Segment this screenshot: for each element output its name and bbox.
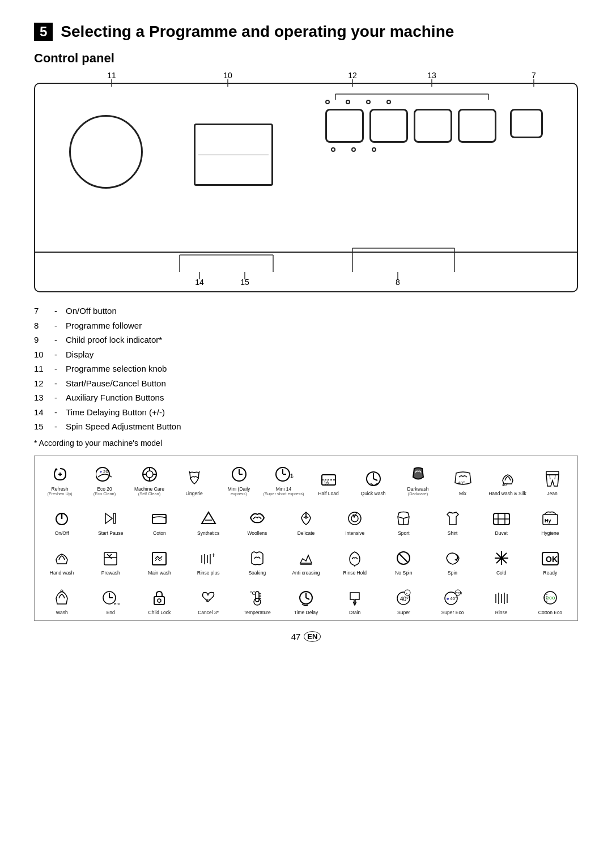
- dot-3: [366, 100, 371, 104]
- desc-10: 10 - Display: [34, 347, 578, 362]
- svg-text:12: 12: [348, 71, 357, 80]
- page-lang-badge: EN: [304, 631, 321, 642]
- dot-2: [346, 100, 350, 104]
- display: [194, 124, 273, 186]
- icon-lingerie: Lingerie: [172, 462, 216, 498]
- icon-temperature: °C Temperature: [233, 581, 281, 617]
- dot-5: [331, 147, 335, 152]
- icon-main-wash: Main wash: [135, 541, 183, 577]
- icon-sport: Sport: [380, 501, 427, 538]
- icon-quick-wash: Quick wash: [351, 462, 395, 498]
- icon-grid-container: Refresh (Freshen Up) e 20 Eco 20 (Eco Cl…: [34, 456, 578, 621]
- dot-1: [325, 100, 330, 104]
- svg-point-31: [146, 471, 153, 478]
- desc-13: 13 - Auxiliary Function Buttons: [34, 390, 578, 405]
- svg-text:°C: °C: [250, 590, 256, 596]
- svg-text:40°: 40°: [400, 596, 409, 602]
- icon-half-load: ½ Half Load: [307, 462, 350, 498]
- icon-coton: Coton: [135, 501, 183, 538]
- icon-darkwash: Darkwash (Darkcare): [396, 462, 440, 498]
- icon-child-lock: Child Lock: [135, 581, 183, 617]
- page-footer: 47 EN: [34, 631, 578, 642]
- svg-text:e: e: [100, 470, 102, 474]
- section-number: 5: [34, 23, 53, 41]
- sub-title: Control panel: [34, 51, 578, 66]
- main-buttons-row: [325, 109, 543, 143]
- svg-text:end: end: [114, 601, 120, 606]
- function-btn-1[interactable]: [325, 109, 364, 143]
- icon-intensive: Intensive: [331, 501, 379, 538]
- icon-anti-creasing: Anti creasing: [282, 541, 330, 577]
- svg-marker-58: [105, 513, 112, 524]
- indicator-dots-top: [325, 100, 543, 104]
- svg-text:40°: 40°: [450, 596, 457, 601]
- desc-12: 12 - Start/Pause/Cancel Button: [34, 376, 578, 391]
- descriptions: 7 - On/Off button 8 - Programme follower…: [34, 304, 578, 434]
- icon-wash: Wash: [38, 581, 86, 617]
- svg-point-95: [158, 599, 161, 602]
- desc-8: 8 - Programme follower: [34, 318, 578, 333]
- svg-point-62: [348, 512, 361, 525]
- buttons-group: [325, 100, 543, 152]
- function-btn-3[interactable]: [414, 109, 452, 143]
- icon-rinse: Rinse: [478, 581, 525, 617]
- icon-end: end End: [87, 581, 134, 617]
- icon-cold: Cold: [478, 541, 525, 577]
- desc-14: 14 - Time Delaying Button (+/-): [34, 405, 578, 420]
- icon-drain: Drain: [331, 581, 379, 617]
- icon-row-1: Refresh (Freshen Up) e 20 Eco 20 (Eco Cl…: [38, 462, 574, 498]
- svg-text:eco: eco: [456, 591, 462, 595]
- svg-text:40°: 40°: [458, 480, 465, 486]
- icon-prewash: Prewash: [87, 541, 134, 577]
- icon-super-eco: e 40° eco Super Eco: [428, 581, 476, 617]
- icon-rinse-hold: Rinse Hold: [331, 541, 379, 577]
- svg-text:e: e: [447, 596, 449, 601]
- onoff-btn[interactable]: [510, 109, 543, 138]
- icon-delicate: Delicate: [282, 501, 330, 538]
- svg-rect-60: [152, 514, 166, 524]
- icon-no-spin: No Spin: [380, 541, 427, 577]
- icon-row-4: Wash end End: [38, 581, 574, 617]
- programme-selection-knob[interactable]: [69, 115, 143, 189]
- svg-line-54: [550, 475, 550, 479]
- icon-handwash: Hand wash: [38, 541, 86, 577]
- desc-15: 15 - Spin Speed Adjustment Button: [34, 419, 578, 434]
- svg-text:+: +: [211, 551, 215, 559]
- icon-super: 40° + Super: [380, 581, 427, 617]
- icon-row-2: On/Off Start Pause Coton: [38, 501, 574, 538]
- svg-text:eco: eco: [546, 595, 555, 601]
- svg-line-36: [189, 471, 190, 473]
- desc-7: 7 - On/Off button: [34, 304, 578, 318]
- icon-mix: 40° Mix: [441, 462, 484, 498]
- svg-text:10: 10: [223, 71, 232, 80]
- desc-11: 11 - Programme selection knob: [34, 361, 578, 376]
- section-header: 5 Selecting a Programme and operating yo…: [34, 23, 578, 41]
- svg-text:13: 13: [427, 71, 436, 80]
- icon-woollens: Woollens: [233, 501, 281, 538]
- icon-mini-daily: Mini (Daily express): [217, 462, 261, 498]
- svg-text:20: 20: [103, 469, 108, 474]
- icon-mini14: 14 Mini 14 (Super short express): [262, 462, 305, 498]
- svg-line-81: [399, 554, 408, 563]
- icon-duvet: Duvet: [478, 501, 525, 538]
- dot-7: [372, 147, 376, 152]
- icon-hygiene: Hy Hygiene: [526, 501, 574, 538]
- svg-rect-99: [256, 592, 259, 602]
- svg-text:11: 11: [107, 71, 116, 80]
- icon-jean: Jean: [530, 462, 574, 498]
- icon-cotton-eco: eco Cotton Eco: [526, 581, 574, 617]
- icon-synthetics: Synthetics: [185, 501, 232, 538]
- svg-point-86: [500, 556, 503, 560]
- icon-handwash-silk: 40° Hand wash & Silk: [486, 462, 529, 498]
- svg-line-55: [555, 475, 555, 479]
- svg-text:OK: OK: [546, 555, 558, 564]
- function-btn-2[interactable]: [369, 109, 408, 143]
- icon-eco20: e 20 Eco 20 (Eco Clean): [83, 462, 126, 498]
- icon-shirt: Shirt: [428, 501, 476, 538]
- desc-9: 9 - Child proof lock indicator*: [34, 333, 578, 347]
- function-btn-4[interactable]: [458, 109, 496, 143]
- icon-spin: Spin: [428, 541, 476, 577]
- icon-cancel3: 3* Cancel 3*: [185, 581, 232, 617]
- indicator-dots-bottom: [331, 147, 543, 152]
- svg-text:+: +: [406, 592, 408, 595]
